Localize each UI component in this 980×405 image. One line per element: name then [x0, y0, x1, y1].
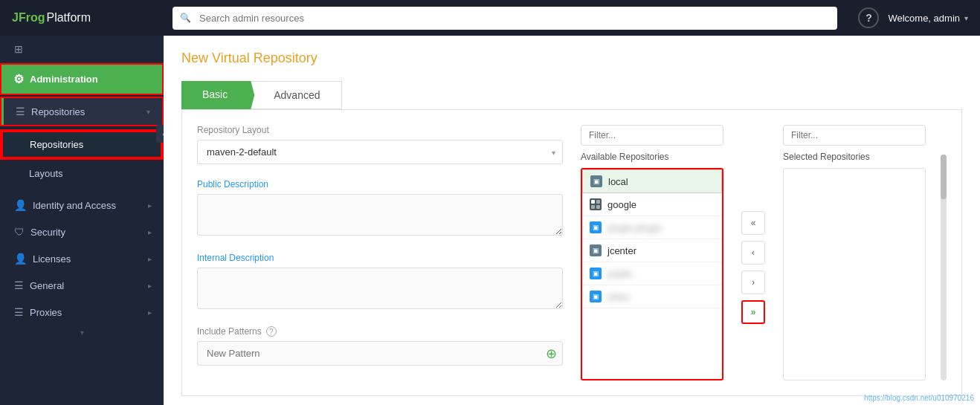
repo-name-other: other: [607, 291, 630, 302]
repo-icon-public: ▣: [590, 268, 602, 279]
repo-item-public[interactable]: ▣ public: [582, 262, 722, 285]
help-icon[interactable]: ?: [266, 326, 277, 337]
repo-item-plugin[interactable]: ▣ plugin.plugin: [582, 216, 722, 239]
topbar-actions: ? Welcome, admin ▾: [846, 7, 980, 28]
right-scrollbar-thumb: [941, 155, 947, 199]
admin-label: Administration: [30, 74, 98, 85]
general-arrow: ▸: [148, 282, 152, 290]
repositories-subitem-wrap: Repositories: [0, 129, 164, 160]
public-desc-input[interactable]: [197, 194, 563, 236]
repos-label: Repositories: [31, 106, 85, 117]
form-right: Available Repositories ▣ local: [581, 125, 947, 380]
proxies-arrow: ▸: [148, 308, 152, 317]
repo-item-jcenter[interactable]: ▣ jcenter: [582, 239, 722, 262]
move-left-button[interactable]: ‹: [741, 241, 765, 265]
repo-name-local: local: [608, 176, 628, 187]
identity-left: 👤 Identity and Access: [14, 199, 116, 211]
repo-layout-label: Repository Layout: [197, 125, 563, 135]
proxies-label: Proxies: [30, 307, 62, 318]
repo-icon-google: [590, 198, 602, 210]
sidebar-item-security[interactable]: 🛡 Security ▸: [0, 218, 164, 245]
repos-icon: ☰: [16, 106, 25, 117]
repo-icon-local: ▣: [590, 175, 602, 187]
user-menu-arrow: ▾: [964, 14, 968, 22]
sidebar-toggle[interactable]: ‹: [156, 125, 164, 143]
security-arrow: ▸: [148, 228, 152, 236]
selected-repos-column: Selected Repositories: [783, 125, 926, 380]
sidebar-admin[interactable]: ⚙ Administration: [0, 63, 164, 95]
internal-desc-input[interactable]: [197, 268, 563, 309]
logo: JFrog Platform: [0, 11, 164, 25]
user-menu[interactable]: Welcome, admin ▾: [888, 13, 968, 24]
include-patterns-field: Include Patterns ? ⊕: [197, 326, 563, 366]
selected-repos-filter[interactable]: [783, 125, 926, 146]
main-layout: ‹ ⊞ ⚙ Administration ☰ Repositories ▾ Re…: [0, 36, 980, 405]
general-label: General: [30, 280, 64, 291]
repo-item-local[interactable]: ▣ local: [582, 169, 722, 193]
include-patterns-label: Include Patterns: [197, 326, 262, 337]
sidebar-item-identity-access[interactable]: 👤 Identity and Access ▸: [0, 192, 164, 218]
selected-repos-title: Selected Repositories: [783, 152, 926, 162]
watermark: https://blog.csdn.net/u010970216: [864, 394, 974, 402]
available-repos-title: Available Repositories: [581, 152, 723, 162]
repos-arrow: ▾: [146, 108, 150, 116]
sidebar-item-proxies[interactable]: ☰ Proxies ▸: [0, 299, 164, 325]
licenses-arrow: ▸: [148, 255, 152, 263]
user-icon: 👤: [14, 199, 27, 211]
sidebar-subitem-repositories[interactable]: Repositories: [1, 131, 162, 158]
apps-left: ⊞: [14, 43, 23, 55]
internal-desc-field: Internal Description: [197, 253, 563, 311]
repo-layout-select-wrap: maven-2-default ▾: [197, 140, 563, 164]
available-repos-column: Available Repositories ▣ local: [581, 125, 723, 380]
sidebar-subitem-layouts[interactable]: Layouts: [0, 161, 164, 186]
sidebar-item-licenses[interactable]: 👤 Licenses ▸: [0, 245, 164, 272]
repos-item-left: ☰ Repositories: [16, 106, 85, 117]
repo-layout-select[interactable]: maven-2-default: [197, 140, 563, 164]
security-left: 🛡 Security: [14, 226, 65, 238]
form-grid: Repository Layout maven-2-default ▾ Publ…: [181, 109, 962, 396]
general-left: ☰ General: [14, 279, 64, 291]
internal-desc-label: Internal Description: [197, 253, 563, 263]
content-area: New Virtual Repository Basic Advanced Re…: [164, 36, 980, 405]
spacer: [0, 186, 164, 192]
form-left: Repository Layout maven-2-default ▾ Publ…: [197, 125, 563, 380]
repo-layout-field: Repository Layout maven-2-default ▾: [197, 125, 563, 164]
logo-platform: Platform: [46, 11, 91, 25]
licenses-left: 👤 Licenses: [14, 253, 71, 265]
available-repos-list: ▣ local googl: [581, 168, 723, 380]
selected-repos-list: [783, 168, 926, 380]
search-area: [173, 7, 837, 30]
search-input[interactable]: [173, 7, 837, 30]
available-repos-filter[interactable]: [581, 125, 723, 146]
repo-name-public: public: [607, 268, 633, 279]
sidebar: ‹ ⊞ ⚙ Administration ☰ Repositories ▾ Re…: [0, 36, 164, 405]
identity-label: Identity and Access: [33, 200, 116, 211]
sidebar-scroll-down[interactable]: ▾: [0, 325, 164, 340]
topbar: JFrog Platform ? Welcome, admin ▾: [0, 0, 980, 36]
repo-item-google[interactable]: google: [582, 193, 722, 216]
move-left-all-button[interactable]: «: [741, 211, 765, 235]
proxies-left: ☰ Proxies: [14, 306, 62, 318]
help-button[interactable]: ?: [858, 7, 879, 28]
repo-item-other[interactable]: ▣ other: [582, 285, 722, 308]
sidebar-item-general[interactable]: ☰ General ▸: [0, 272, 164, 299]
security-label: Security: [30, 227, 65, 238]
tab-advanced[interactable]: Advanced: [247, 81, 341, 109]
search-wrap: [173, 7, 837, 30]
repo-icon-other: ▣: [590, 291, 602, 302]
tab-basic[interactable]: Basic: [181, 81, 254, 109]
tabs-bar: Basic Advanced: [181, 81, 962, 109]
right-scrollbar[interactable]: [941, 155, 947, 380]
new-pattern-input[interactable]: [197, 341, 563, 366]
repo-name-plugin: plugin.plugin: [607, 222, 662, 233]
sidebar-item-repositories[interactable]: ☰ Repositories ▾: [1, 98, 162, 125]
add-pattern-icon[interactable]: ⊕: [546, 346, 557, 362]
move-right-all-button[interactable]: »: [741, 300, 765, 324]
move-right-button[interactable]: ›: [741, 270, 765, 294]
repo-icon-plugin: ▣: [590, 221, 602, 233]
repo-icon-jcenter: ▣: [590, 244, 602, 256]
transfer-buttons: « ‹ › »: [735, 155, 771, 380]
identity-arrow: ▸: [148, 201, 152, 210]
patterns-label-wrap: Include Patterns ?: [197, 326, 563, 337]
sidebar-apps[interactable]: ⊞: [0, 36, 164, 63]
